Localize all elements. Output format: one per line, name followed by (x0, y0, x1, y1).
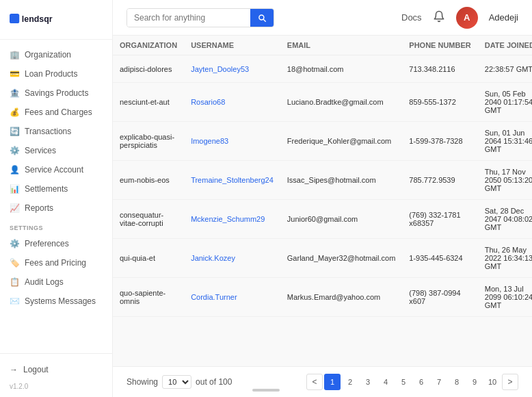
settings-section-label: SETTINGS (0, 218, 112, 234)
audit-icon: 📋 (10, 277, 19, 287)
main-content: Docs A Adedeji ORGANIZATION USERNAME EMA… (113, 0, 532, 397)
page-8-button[interactable]: 8 (449, 374, 465, 390)
sidebar-item-loan-products[interactable]: 💳 Loan Products (0, 64, 112, 84)
settlements-icon: 📊 (10, 184, 19, 194)
bell-icon[interactable] (433, 10, 445, 25)
page-5-button[interactable]: 5 (395, 374, 412, 390)
sidebar-item-fees-charges[interactable]: 💰 Fees and Charges (0, 103, 112, 122)
table-row: eum-nobis-eos Tremaine_Stoltenberg24 Iss… (113, 161, 532, 200)
users-table: ORGANIZATION USERNAME EMAIL PHONE NUMBER… (113, 36, 532, 317)
services-icon: ⚙️ (10, 146, 19, 155)
sidebar-item-systems-messages[interactable]: ✉️ Systems Messages (0, 292, 112, 311)
bottom-handle (252, 389, 280, 392)
table-row: consequatur-vitae-corrupti Mckenzie_Schu… (113, 200, 532, 239)
version-label: v1.2.0 (10, 379, 103, 390)
service-account-icon: 👤 (10, 165, 19, 175)
cell-org: eum-nobis-eos (113, 161, 184, 200)
col-org: ORGANIZATION (113, 36, 184, 55)
cell-username[interactable]: Mckenzie_Schumm29 (184, 200, 280, 239)
cell-username[interactable]: Janick.Kozey (184, 239, 280, 278)
next-page-button[interactable]: > (502, 374, 518, 390)
sidebar-item-transactions[interactable]: 🔄 Transactions (0, 122, 112, 141)
cell-date: Sun, 05 Feb 2040 01:17:54 GMT (478, 83, 532, 122)
table-header-row: ORGANIZATION USERNAME EMAIL PHONE NUMBER… (113, 36, 532, 55)
sidebar-item-services[interactable]: ⚙️ Services (0, 141, 112, 160)
cell-username[interactable]: Tremaine_Stoltenberg24 (184, 161, 280, 200)
sidebar-footer: → Logout v1.2.0 (0, 353, 112, 397)
sidebar-item-organization[interactable]: 🏢 Organization (0, 45, 112, 64)
cell-email: Luciano.Bradtke@gmail.com (280, 83, 403, 122)
cell-phone: (769) 332-1781 x68357 (402, 200, 477, 239)
page-4-button[interactable]: 4 (377, 374, 394, 390)
prev-page-button[interactable]: < (306, 374, 323, 390)
page-10-button[interactable]: 10 (484, 374, 501, 390)
table-row: quo-sapiente-omnis Cordia.Turner Markus.… (113, 278, 532, 317)
cell-date: Mon, 13 Jul 2099 06:10:24 GMT (478, 278, 532, 317)
page-2-button[interactable]: 2 (342, 374, 358, 390)
table-row: explicabo-quasi-perspiciatis Imogene83 F… (113, 122, 532, 161)
cell-username[interactable]: Cordia.Turner (184, 278, 280, 317)
sidebar-item-reports[interactable]: 📈 Reports (0, 198, 112, 218)
pagination-bar: Showing 10 25 50 out of 100 < 1 2 3 4 5 … (113, 366, 532, 397)
sidebar-item-preferences[interactable]: ⚙️ Preferences (0, 234, 112, 253)
preferences-icon: ⚙️ (10, 239, 19, 248)
cell-phone: 1-935-445-6324 (402, 239, 477, 278)
search-button[interactable] (250, 9, 274, 27)
logout-button[interactable]: → Logout (10, 361, 103, 379)
user-name[interactable]: Adedeji (489, 12, 518, 23)
cell-phone: 713.348.2116 (402, 55, 477, 83)
search-input[interactable] (127, 9, 250, 27)
logout-icon: → (10, 365, 18, 374)
total-label: out of 100 (196, 377, 232, 387)
cell-org: adipisci-dolores (113, 55, 184, 83)
svg-rect-0 (10, 14, 19, 23)
transactions-icon: 🔄 (10, 127, 19, 136)
col-email: EMAIL (280, 36, 403, 55)
table-row: qui-quia-et Janick.Kozey Garland_Mayer32… (113, 239, 532, 278)
sidebar: lendsqr 🏢 Organization 💳 Loan Products 🏦… (0, 0, 113, 397)
avatar[interactable]: A (456, 7, 478, 29)
sidebar-item-savings-products[interactable]: 🏦 Savings Products (0, 84, 112, 103)
docs-link[interactable]: Docs (401, 12, 422, 23)
page-9-button[interactable]: 9 (466, 374, 483, 390)
sidebar-item-audit-logs[interactable]: 📋 Audit Logs (0, 272, 112, 292)
cell-date: Thu, 17 Nov 2050 05:13:20 GMT (478, 161, 532, 200)
cell-date: Sat, 28 Dec 2047 04:08:02 GMT (478, 200, 532, 239)
cell-phone: (798) 387-0994 x607 (402, 278, 477, 317)
page-7-button[interactable]: 7 (431, 374, 447, 390)
fees-pricing-icon: 🏷️ (10, 258, 19, 268)
sidebar-item-service-account[interactable]: 👤 Service Account (0, 160, 112, 179)
col-username: USERNAME (184, 36, 280, 55)
page-numbers: < 1 2 3 4 5 6 7 8 9 10 > (306, 374, 518, 390)
table-row: adipisci-dolores Jayten_Dooley53 18@hotm… (113, 55, 532, 83)
cell-email: Junior60@gmail.com (280, 200, 403, 239)
table-row: nesciunt-et-aut Rosario68 Luciano.Bradtk… (113, 83, 532, 122)
per-page-select[interactable]: 10 25 50 (162, 375, 191, 389)
savings-icon: 🏦 (10, 88, 19, 98)
page-6-button[interactable]: 6 (413, 374, 429, 390)
cell-email: Markus.Emard@yahoo.com (280, 278, 403, 317)
cell-username[interactable]: Rosario68 (184, 83, 280, 122)
sidebar-item-fees-pricing[interactable]: 🏷️ Fees and Pricing (0, 253, 112, 272)
cell-org: quo-sapiente-omnis (113, 278, 184, 317)
reports-icon: 📈 (10, 203, 19, 213)
cell-phone: 859-555-1372 (402, 83, 477, 122)
cell-date: Thu, 26 May 2022 16:34:13 GMT (478, 239, 532, 278)
fees-icon: 💰 (10, 107, 19, 117)
sidebar-item-settlements[interactable]: 📊 Settlements (0, 179, 112, 198)
cell-org: explicabo-quasi-perspiciatis (113, 122, 184, 161)
cell-email: 18@hotmail.com (280, 55, 403, 83)
header: Docs A Adedeji (113, 0, 532, 36)
cell-date: 22:38:57 GMT (478, 55, 532, 83)
page-1-button[interactable]: 1 (324, 374, 341, 390)
cell-phone: 1-599-378-7328 (402, 122, 477, 161)
page-3-button[interactable]: 3 (360, 374, 376, 390)
col-phone: PHONE NUMBER (402, 36, 477, 55)
header-right: Docs A Adedeji (401, 7, 518, 29)
col-date: DATE JOINED (478, 36, 532, 55)
org-icon: 🏢 (10, 50, 19, 60)
cell-username[interactable]: Jayten_Dooley53 (184, 55, 280, 83)
cell-username[interactable]: Imogene83 (184, 122, 280, 161)
svg-text:lendsqr: lendsqr (22, 14, 53, 24)
loan-icon: 💳 (10, 69, 19, 79)
